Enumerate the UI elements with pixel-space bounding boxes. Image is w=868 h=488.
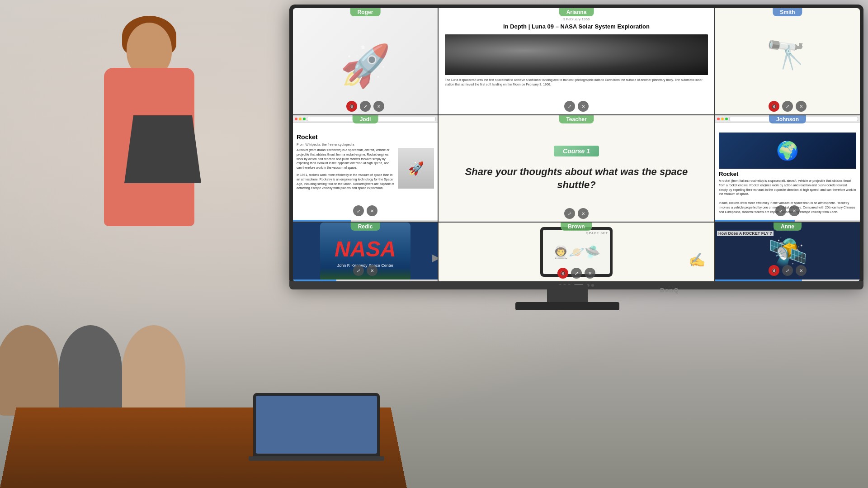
- browser-max-dot: [303, 118, 306, 120]
- roger-mute-btn[interactable]: 🔇: [346, 101, 357, 112]
- laptop: [249, 393, 384, 465]
- wiki-subtitle: From Wikipedia, the free encyclopedia: [297, 142, 434, 147]
- anne-expand-btn[interactable]: ⤢: [782, 265, 793, 276]
- cell-johnson-controls: ⤢ ✕: [775, 205, 800, 216]
- cell-smith-controls: 🔇 ⤢ ✕: [769, 101, 807, 112]
- jodi-expand-btn[interactable]: ⤢: [353, 205, 364, 216]
- article-date: 3 February 1966: [445, 17, 708, 21]
- cell-anne-label: Anne: [774, 223, 802, 231]
- monitor-dot-5: [591, 284, 594, 287]
- laptop-base: [249, 456, 384, 461]
- cell-jodi: Jodi Rocket From Wikipedia, the free enc…: [293, 115, 438, 222]
- rocket-drawing-icon: 🚀: [340, 42, 391, 90]
- smith-mute-btn[interactable]: 🔇: [769, 101, 779, 112]
- roger-expand-btn[interactable]: ⤢: [360, 101, 371, 112]
- cell-redic-controls: ⤢ ✕: [353, 265, 377, 276]
- johnson-earth-image: [719, 133, 856, 169]
- johnson-close-btn[interactable]: ✕: [789, 205, 800, 216]
- monitor-base: [515, 302, 619, 310]
- monitor-screen: Roger 🚀 🔇 ⤢ ✕ Arianna 3 February 1966 In…: [293, 8, 860, 281]
- cell-jodi-controls: ⤢ ✕: [353, 205, 377, 216]
- jodi-slide-progress: [293, 220, 351, 222]
- cell-brown-controls: 🔇 ⤢ ✕: [557, 268, 595, 279]
- cell-redic-label: Redic: [351, 223, 380, 231]
- anne-close-btn[interactable]: ✕: [796, 265, 807, 276]
- teacher-expand-btn[interactable]: ⤢: [564, 208, 575, 219]
- monitor-stand: [547, 285, 588, 303]
- cell-arianna-label: Arianna: [559, 8, 594, 16]
- student-1: [0, 325, 59, 416]
- browser-min-dot: [299, 118, 302, 120]
- johnson-progress: [715, 220, 795, 222]
- student-row: [0, 289, 280, 416]
- monitor-frame: Roger 🚀 🔇 ⤢ ✕ Arianna 3 February 1966 In…: [289, 5, 863, 285]
- johnson-wiki: Rocket A rocket (from Italian: rocchetto…: [715, 123, 860, 218]
- sketch-icons: 👨‍🚀🪐🛸: [553, 245, 600, 260]
- laptop-screen: [253, 393, 380, 456]
- brown-close-btn[interactable]: ✕: [585, 268, 595, 279]
- hand-drawing-icon: ✍️: [689, 252, 705, 268]
- how-does-rocket-label: How Does A ROCKET FLY ?: [717, 231, 774, 236]
- monitor-brand: BenQ: [660, 287, 679, 294]
- teacher-close-btn[interactable]: ✕: [578, 208, 589, 219]
- jb-close-dot: [717, 118, 720, 120]
- cell-arianna: Arianna 3 February 1966 In Depth | Luna …: [439, 8, 714, 114]
- jodi-slide-bar: [293, 220, 438, 222]
- smith-expand-btn[interactable]: ⤢: [782, 101, 793, 112]
- cell-johnson: Johnson Rocket A rocket (from Italian: r…: [715, 115, 860, 222]
- student-2: [59, 325, 122, 416]
- article-text: The Luna 9 spacecraft was the first spac…: [445, 78, 708, 87]
- arianna-expand-btn[interactable]: ⤢: [564, 101, 575, 112]
- cell-teacher: Teacher Course 1 Share your thoughts abo…: [439, 115, 714, 222]
- cell-anne-controls: 🔇 ⤢ ✕: [769, 265, 807, 276]
- student-3: [122, 325, 185, 416]
- johnson-slide-bar: [715, 220, 860, 222]
- cell-smith: Smith 🔭 🔇 ⤢ ✕: [715, 8, 860, 114]
- cell-brown: Brown SPACE SET 👨‍🚀🪐🛸 ✍️ 🔇 ⤢ ✕: [439, 223, 714, 281]
- cell-roger-label: Roger: [350, 8, 381, 16]
- arianna-close-btn[interactable]: ✕: [578, 101, 589, 112]
- cell-smith-label: Smith: [773, 8, 802, 16]
- course-badge: Course 1: [554, 146, 599, 156]
- cell-roger-controls: 🔇 ⤢ ✕: [346, 101, 384, 112]
- teacher-shirt: [124, 115, 201, 183]
- article-image: [445, 34, 708, 75]
- teacher-figure: [90, 23, 208, 285]
- arianna-article: 3 February 1966 In Depth | Luna 09 – NAS…: [439, 8, 714, 91]
- redic-expand-btn[interactable]: ⤢: [353, 265, 364, 276]
- cell-brown-label: Brown: [561, 223, 592, 231]
- wiki-rocket-image: [398, 148, 434, 189]
- space-set-label: SPACE SET: [586, 232, 608, 235]
- wiki-title: Rocket: [297, 133, 434, 141]
- cell-roger: Roger 🚀 🔇 ⤢ ✕: [293, 8, 438, 114]
- teacher-body: [104, 68, 194, 226]
- johnson-expand-btn[interactable]: ⤢: [775, 205, 786, 216]
- cell-teacher-label: Teacher: [559, 115, 594, 123]
- course-question: Share your thoughts about what was the s…: [448, 166, 705, 191]
- cell-teacher-controls: ⤢ ✕: [564, 208, 589, 219]
- cell-redic: Redic NASA John F. Kennedy Space Center …: [293, 223, 438, 281]
- jb-min-dot: [721, 118, 724, 120]
- browser-close-dot: [295, 118, 297, 120]
- johnson-wiki-title: Rocket: [719, 171, 856, 177]
- article-title: In Depth | Luna 09 – NASA Solar System E…: [445, 23, 708, 31]
- jodi-close-btn[interactable]: ✕: [367, 205, 377, 216]
- anne-mute-btn[interactable]: 🔇: [769, 265, 779, 276]
- smith-close-btn[interactable]: ✕: [796, 101, 807, 112]
- roger-close-btn[interactable]: ✕: [373, 101, 384, 112]
- cell-jodi-label: Jodi: [353, 115, 378, 123]
- laptop-display: [256, 396, 377, 454]
- jb-max-dot: [725, 118, 728, 120]
- arrow-pointer: ▶: [432, 252, 438, 264]
- brown-mute-btn[interactable]: 🔇: [557, 268, 568, 279]
- redic-close-btn[interactable]: ✕: [367, 265, 377, 276]
- cell-johnson-label: Johnson: [769, 115, 806, 123]
- jodi-wiki-content: Rocket From Wikipedia, the free encyclop…: [293, 123, 438, 194]
- nasa-logo-text: NASA: [335, 237, 396, 261]
- telescope-drawing: 🔭: [764, 31, 811, 77]
- cell-arianna-controls: ⤢ ✕: [564, 101, 589, 112]
- brown-expand-btn[interactable]: ⤢: [571, 268, 582, 279]
- cell-anne: Anne How Does A ROCKET FLY ? 🛰️ 🔇 ⤢ ✕: [715, 223, 860, 281]
